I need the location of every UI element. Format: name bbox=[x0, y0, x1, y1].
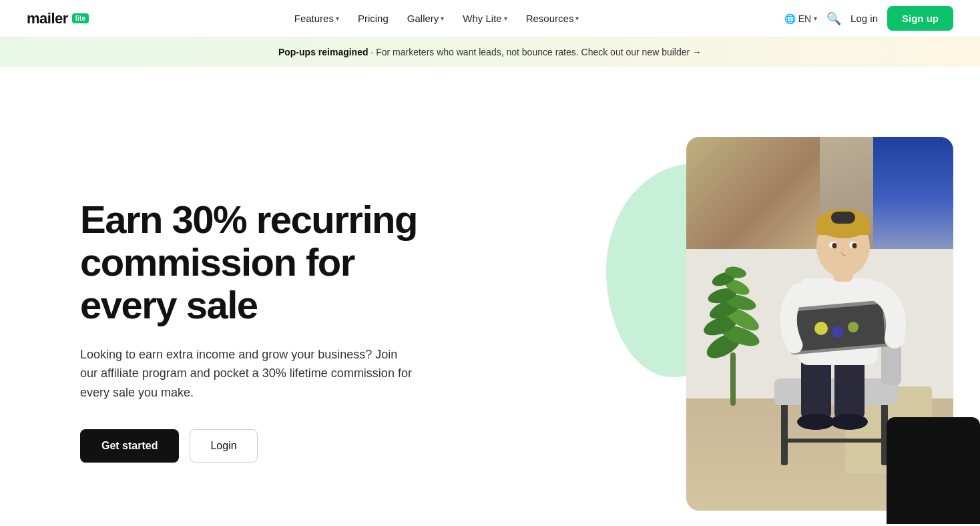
hero-buttons: Get started Login bbox=[80, 429, 454, 463]
nav-links: Features ▾ Pricing Gallery ▾ Why Lite ▾ … bbox=[288, 9, 586, 28]
language-selector[interactable]: 🌐 EN ▾ bbox=[784, 13, 817, 24]
svg-point-26 bbox=[848, 322, 859, 332]
login-link[interactable]: Log in bbox=[850, 13, 878, 24]
plant-decoration bbox=[697, 259, 770, 406]
svg-rect-13 bbox=[781, 439, 888, 443]
logo-text: mailer bbox=[27, 10, 68, 27]
announcement-banner[interactable]: Pop-ups reimagined · For marketers who w… bbox=[0, 37, 980, 67]
hero-visual bbox=[646, 137, 953, 524]
chevron-down-icon: ▾ bbox=[441, 15, 444, 22]
svg-point-18 bbox=[797, 414, 834, 430]
get-started-button[interactable]: Get started bbox=[80, 429, 179, 463]
nav-features[interactable]: Features ▾ bbox=[288, 9, 346, 28]
banner-text: · For marketers who want leads, not boun… bbox=[369, 47, 702, 57]
hero-section: Earn 30% recurring commission for every … bbox=[0, 67, 980, 526]
svg-point-19 bbox=[830, 414, 868, 430]
svg-point-25 bbox=[832, 326, 844, 338]
nav-right: 🌐 EN ▾ 🔍 Log in Sign up bbox=[784, 6, 953, 31]
svg-point-34 bbox=[832, 243, 837, 248]
logo-link[interactable]: mailer lite bbox=[27, 10, 89, 27]
chevron-down-icon: ▾ bbox=[336, 15, 339, 22]
logo-badge: lite bbox=[72, 13, 89, 23]
svg-point-24 bbox=[814, 322, 828, 335]
banner-bold: Pop-ups reimagined bbox=[278, 47, 369, 57]
nav-resources[interactable]: Resources ▾ bbox=[519, 9, 586, 28]
navbar: mailer lite Features ▾ Pricing Gallery ▾… bbox=[0, 0, 980, 37]
login-button[interactable]: Login bbox=[190, 429, 257, 463]
svg-rect-16 bbox=[801, 358, 831, 419]
chevron-down-icon: ▾ bbox=[575, 15, 579, 22]
signup-button[interactable]: Sign up bbox=[887, 6, 953, 31]
chevron-down-icon: ▾ bbox=[504, 15, 507, 22]
svg-rect-31 bbox=[831, 212, 855, 224]
dark-accent-rect bbox=[887, 417, 980, 524]
hero-title: Earn 30% recurring commission for every … bbox=[80, 198, 454, 326]
svg-rect-11 bbox=[781, 399, 788, 465]
chevron-down-icon: ▾ bbox=[814, 15, 817, 22]
globe-icon: 🌐 bbox=[784, 13, 796, 24]
hero-content: Earn 30% recurring commission for every … bbox=[80, 198, 454, 463]
svg-rect-17 bbox=[834, 358, 865, 419]
svg-rect-0 bbox=[730, 352, 736, 406]
hero-description: Looking to earn extra income and grow yo… bbox=[80, 345, 414, 403]
nav-pricing[interactable]: Pricing bbox=[351, 9, 395, 28]
svg-point-35 bbox=[852, 243, 857, 248]
nav-gallery[interactable]: Gallery ▾ bbox=[401, 9, 451, 28]
nav-why-lite[interactable]: Why Lite ▾ bbox=[456, 9, 513, 28]
search-icon[interactable]: 🔍 bbox=[826, 11, 841, 26]
